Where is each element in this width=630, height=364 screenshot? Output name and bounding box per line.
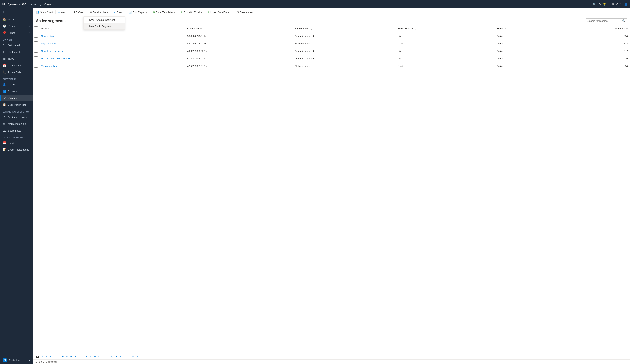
alpha-nav-w[interactable]: W — [136, 355, 139, 358]
show-chart-button[interactable]: 📊 Show Chart — [34, 10, 55, 14]
row-checkbox[interactable] — [34, 34, 38, 38]
filter-icon[interactable]: ▽ — [415, 27, 416, 30]
row-members-cell: 234 — [556, 32, 630, 40]
row-checkbox[interactable] — [34, 56, 38, 60]
status-reason-column-header[interactable]: Status Reason ▽ — [396, 25, 494, 32]
circle-check-icon[interactable]: ⊙ — [598, 2, 601, 6]
alpha-nav-g[interactable]: G — [70, 355, 73, 358]
sidebar-item-events[interactable]: 📅 Events — [0, 140, 33, 146]
select-all-checkbox[interactable] — [34, 26, 38, 30]
alpha-nav-u[interactable]: U — [127, 355, 130, 358]
sidebar-item-label: Social posts — [8, 129, 21, 132]
alpha-nav-h[interactable]: H — [74, 355, 77, 358]
new-dynamic-segment-item[interactable]: + New Dynamic Segment — [84, 17, 124, 23]
row-name-cell[interactable]: Loyal member — [39, 40, 185, 47]
alpha-nav-c[interactable]: C — [53, 355, 56, 358]
new-static-segment-item[interactable]: + New Static Segment — [84, 23, 124, 29]
sidebar-item-social-posts[interactable]: ☁ Social posts — [0, 127, 33, 134]
filter-icon[interactable]: ▽ — [505, 27, 506, 30]
sidebar-item-appointments[interactable]: 📅 Appointments — [0, 62, 33, 69]
row-segment-type-cell: Static segment — [292, 62, 396, 70]
filter-icon[interactable]: ▽ — [311, 27, 312, 30]
sidebar-item-get-started[interactable]: ▷ Get started — [0, 42, 33, 48]
sidebar-item-label: Phone Calls — [8, 71, 21, 74]
settings-icon[interactable]: ⚙ — [616, 2, 618, 6]
alpha-nav-j[interactable]: J — [81, 355, 84, 358]
row-name-cell[interactable]: Young families — [39, 62, 185, 70]
status-column-header[interactable]: Status ▽ — [494, 25, 556, 32]
run-report-button[interactable]: 📄 Run Report ▾ — [127, 10, 149, 14]
alpha-nav-x[interactable]: X — [140, 355, 144, 358]
new-button[interactable]: + New ▾ — [56, 10, 70, 14]
user-icon[interactable]: 👤 — [624, 2, 628, 6]
sidebar-item-event-registrations[interactable]: 📝 Event Registrations — [0, 146, 33, 153]
help-icon[interactable]: ? — [620, 2, 622, 6]
sort-icon[interactable]: ↑ — [48, 28, 49, 30]
search-icon[interactable]: 🔍 — [593, 2, 596, 6]
sidebar-item-marketing-emails[interactable]: ✉ Marketing emails — [0, 120, 33, 127]
row-name-cell[interactable]: Washington state customer — [39, 55, 185, 62]
alpha-nav-n[interactable]: N — [98, 355, 101, 358]
select-all-header[interactable] — [33, 25, 39, 32]
lightbulb-icon[interactable]: 💡 — [602, 2, 606, 6]
sidebar-item-recent[interactable]: 🕐 Recent ▾ — [0, 23, 33, 29]
segment-type-column-header[interactable]: Segment type ▽ — [292, 25, 396, 32]
search-input[interactable] — [588, 19, 621, 22]
alpha-nav-t[interactable]: T — [123, 355, 126, 358]
email-link-button[interactable]: ✉ Email a Link ▾ — [88, 10, 110, 14]
sidebar-item-pinned[interactable]: 📌 Pinned ▾ — [0, 29, 33, 36]
filter-icon[interactable]: ▽ — [612, 2, 614, 6]
add-icon[interactable]: + — [608, 2, 610, 6]
sidebar-item-home[interactable]: 🏠 Home — [0, 16, 33, 23]
created-on-column-header[interactable]: Created on ▽ — [185, 25, 292, 32]
alpha-nav-e[interactable]: E — [61, 355, 64, 358]
alpha-nav-k[interactable]: K — [85, 355, 88, 358]
row-checkbox[interactable] — [34, 64, 38, 68]
sidebar-item-dashboards[interactable]: ⊞ Dashboards — [0, 48, 33, 55]
excel-templates-button[interactable]: ⊞ Excel Templates ▾ — [151, 10, 177, 14]
members-column-header[interactable]: Members ▽ — [556, 25, 630, 32]
alpha-nav-d[interactable]: D — [57, 355, 60, 358]
sidebar-item-contacts[interactable]: 👥 Contacts — [0, 88, 33, 95]
breadcrumb-app[interactable]: Marketing — [30, 3, 41, 5]
export-to-excel-button[interactable]: ⊞ Export to Excel ▾ — [179, 10, 204, 14]
alpha-nav-z[interactable]: Z — [148, 355, 152, 358]
alpha-nav-p[interactable]: P — [106, 355, 110, 358]
alpha-nav-m[interactable]: M — [93, 355, 97, 358]
import-from-excel-button[interactable]: ⊞ Import from Excel ▾ — [206, 10, 233, 14]
alpha-nav-a[interactable]: A — [44, 355, 48, 358]
filter-icon[interactable]: ▽ — [626, 27, 628, 30]
sidebar-item-segments[interactable]: ◎ Segments — [0, 95, 33, 101]
alpha-nav-y[interactable]: Y — [144, 355, 148, 358]
sidebar-item-tasks[interactable]: ☑ Tasks — [0, 55, 33, 62]
alpha-nav-#[interactable]: # — [40, 355, 44, 358]
sidebar-item-subscription-lists[interactable]: 📋 Subscription lists — [0, 101, 33, 108]
alpha-nav-all[interactable]: All — [35, 355, 40, 358]
sidebar-item-phone-calls[interactable]: 📞 Phone Calls — [0, 69, 33, 75]
search-box[interactable]: 🔍 — [586, 18, 627, 23]
app-grid-icon[interactable]: ⊞ — [2, 2, 5, 6]
sidebar-item-customer-journeys[interactable]: ↗ Customer journeys — [0, 114, 33, 120]
row-checkbox[interactable] — [34, 49, 38, 53]
create-view-button[interactable]: ⊡ Create view — [235, 10, 254, 14]
row-checkbox[interactable] — [34, 41, 38, 45]
alpha-nav-v[interactable]: V — [131, 355, 134, 358]
row-name-cell[interactable]: New customer — [39, 32, 185, 40]
alpha-nav-q[interactable]: Q — [110, 355, 114, 358]
alpha-nav-b[interactable]: B — [48, 355, 52, 358]
alpha-nav-r[interactable]: R — [114, 355, 118, 358]
alpha-nav-o[interactable]: O — [102, 355, 106, 358]
alpha-nav-i[interactable]: I — [78, 355, 80, 358]
brand-logo[interactable]: Dynamics 365 ▾ — [7, 2, 28, 6]
alpha-nav-s[interactable]: S — [119, 355, 122, 358]
sidebar-toggle[interactable]: ≡ — [0, 8, 33, 16]
alpha-nav-f[interactable]: F — [65, 355, 68, 358]
flow-button[interactable]: ↗ Flow ▾ — [112, 10, 125, 14]
row-name-cell[interactable]: Newsletter subscriber — [39, 47, 185, 55]
filter-icon[interactable]: ▽ — [200, 27, 202, 30]
refresh-button[interactable]: ↺ Refresh — [71, 10, 86, 14]
alpha-nav-l[interactable]: L — [89, 355, 92, 358]
filter-icon[interactable]: ▽ — [50, 27, 52, 30]
sidebar-item-accounts[interactable]: 👤 Accounts — [0, 81, 33, 88]
sidebar-footer-user[interactable]: M Marketing ▴ — [0, 356, 33, 364]
